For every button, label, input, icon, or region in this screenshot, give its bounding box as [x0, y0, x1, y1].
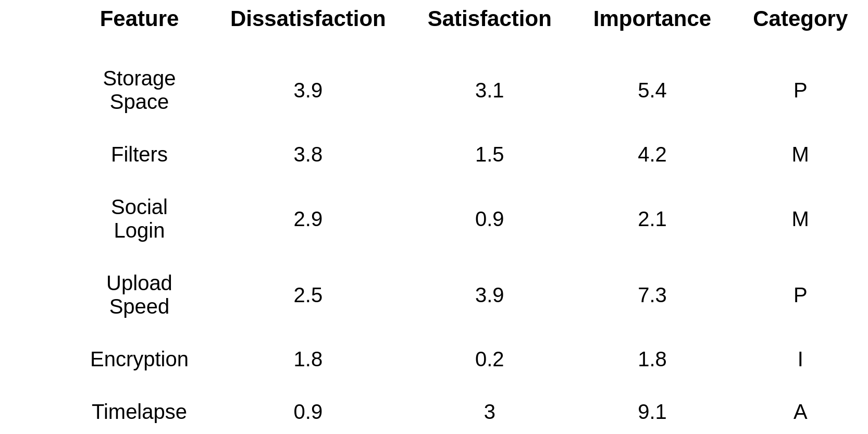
- cell-satisfaction-4: 0.2: [407, 333, 573, 386]
- table-row: Upload Speed2.53.97.3P: [69, 257, 868, 333]
- table-body: Storage Space3.93.15.4PFilters3.81.54.2M…: [69, 52, 868, 434]
- cell-dissatisfaction-1: 3.8: [209, 128, 407, 181]
- cell-satisfaction-5: 3: [407, 386, 573, 434]
- cell-feature-0: Storage Space: [69, 52, 209, 128]
- cell-importance-4: 1.8: [573, 333, 732, 386]
- col-header-category: Category: [732, 0, 868, 52]
- table-row: Storage Space3.93.15.4P: [69, 52, 868, 128]
- cell-feature-1: Filters: [69, 128, 209, 181]
- cell-category-4: I: [732, 333, 868, 386]
- table-container: Feature Dissatisfaction Satisfaction Imp…: [69, 0, 799, 434]
- cell-category-1: M: [732, 128, 868, 181]
- cell-category-5: A: [732, 386, 868, 434]
- cell-feature-5: Timelapse: [69, 386, 209, 434]
- table-row: Filters3.81.54.2M: [69, 128, 868, 181]
- table-row: Encryption1.80.21.8I: [69, 333, 868, 386]
- col-header-feature: Feature: [69, 0, 209, 52]
- cell-feature-3: Upload Speed: [69, 257, 209, 333]
- table-row: Social Login2.90.92.1M: [69, 181, 868, 257]
- col-header-importance: Importance: [573, 0, 732, 52]
- cell-feature-4: Encryption: [69, 333, 209, 386]
- cell-dissatisfaction-5: 0.9: [209, 386, 407, 434]
- cell-satisfaction-3: 3.9: [407, 257, 573, 333]
- cell-satisfaction-0: 3.1: [407, 52, 573, 128]
- col-header-dissatisfaction: Dissatisfaction: [209, 0, 407, 52]
- cell-dissatisfaction-2: 2.9: [209, 181, 407, 257]
- cell-dissatisfaction-4: 1.8: [209, 333, 407, 386]
- cell-importance-5: 9.1: [573, 386, 732, 434]
- cell-category-0: P: [732, 52, 868, 128]
- cell-importance-1: 4.2: [573, 128, 732, 181]
- col-header-satisfaction: Satisfaction: [407, 0, 573, 52]
- cell-feature-2: Social Login: [69, 181, 209, 257]
- cell-satisfaction-1: 1.5: [407, 128, 573, 181]
- cell-dissatisfaction-0: 3.9: [209, 52, 407, 128]
- cell-importance-3: 7.3: [573, 257, 732, 333]
- cell-category-3: P: [732, 257, 868, 333]
- cell-importance-0: 5.4: [573, 52, 732, 128]
- header-row: Feature Dissatisfaction Satisfaction Imp…: [69, 0, 868, 52]
- cell-importance-2: 2.1: [573, 181, 732, 257]
- data-table: Feature Dissatisfaction Satisfaction Imp…: [69, 0, 868, 434]
- cell-satisfaction-2: 0.9: [407, 181, 573, 257]
- cell-dissatisfaction-3: 2.5: [209, 257, 407, 333]
- table-row: Timelapse0.939.1A: [69, 386, 868, 434]
- cell-category-2: M: [732, 181, 868, 257]
- table-header: Feature Dissatisfaction Satisfaction Imp…: [69, 0, 868, 52]
